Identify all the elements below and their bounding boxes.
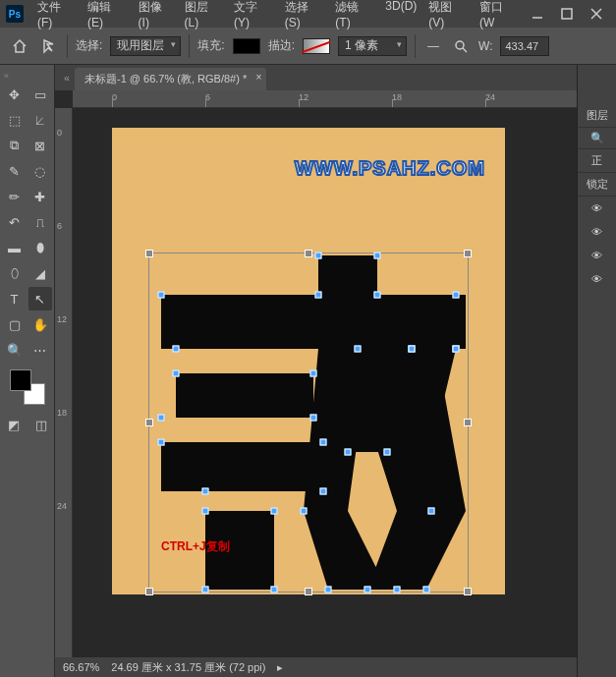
search-icon[interactable] — [451, 36, 471, 56]
menu-item[interactable]: 编辑(E) — [82, 0, 133, 33]
anchor-point[interactable] — [345, 449, 352, 456]
anchor-point[interactable] — [301, 508, 308, 515]
zoom-level[interactable]: 66.67% — [63, 661, 99, 673]
gradient-tool[interactable]: ▬ — [3, 236, 27, 259]
anchor-point[interactable] — [394, 587, 401, 593]
anchor-point[interactable] — [310, 415, 317, 422]
menu-item[interactable]: 视图(V) — [422, 0, 474, 33]
stroke-size-dropdown[interactable]: 1 像素 — [338, 36, 407, 56]
menu-item[interactable]: 3D(D) — [379, 0, 422, 33]
frame-tool[interactable]: ⊠ — [28, 134, 52, 157]
foreground-color[interactable] — [10, 369, 31, 391]
fill-label: 填充: — [197, 37, 224, 54]
collapse-chevron-icon[interactable]: « — [0, 69, 13, 83]
ruler-horizontal[interactable]: 06121824 — [73, 90, 577, 108]
direct-select-tool[interactable]: ↖ — [28, 287, 52, 310]
anchor-point[interactable] — [384, 449, 391, 456]
anchor-point[interactable] — [271, 587, 278, 593]
home-button[interactable] — [8, 34, 31, 58]
select-dropdown[interactable]: 现用图层 — [110, 36, 181, 56]
menu-item[interactable]: 文字(Y) — [228, 0, 279, 33]
eyedropper-tool[interactable]: ✎ — [3, 159, 27, 183]
anchor-point[interactable] — [158, 292, 165, 299]
panel-collapse-chevron[interactable]: « — [59, 65, 75, 90]
type-tool[interactable]: T — [3, 287, 27, 310]
anchor-point[interactable] — [453, 346, 460, 353]
healing-tool[interactable]: ✚ — [28, 185, 52, 208]
anchor-point[interactable] — [320, 439, 327, 446]
menu-item[interactable]: 窗口(W — [474, 0, 524, 33]
artboard-tool[interactable]: ▭ — [28, 83, 52, 106]
anchor-point[interactable] — [310, 370, 317, 377]
screen-mode-button[interactable]: ◫ — [29, 413, 53, 436]
anchor-point[interactable] — [202, 488, 209, 495]
anchor-point[interactable] — [355, 346, 362, 353]
layer-search-icon[interactable]: 🔍 — [578, 128, 616, 149]
anchor-point[interactable] — [202, 508, 209, 515]
zoom-tool[interactable]: 🔍 — [3, 338, 27, 362]
eraser-tool[interactable]: ◢ — [28, 261, 52, 285]
anchor-point[interactable] — [158, 415, 165, 422]
anchor-point[interactable] — [453, 292, 460, 299]
close-button[interactable] — [583, 6, 610, 22]
lock-label: 锁定 — [578, 173, 616, 197]
history-brush-tool[interactable]: ↶ — [3, 210, 27, 234]
width-input[interactable] — [500, 36, 549, 56]
anchor-point[interactable] — [158, 439, 165, 446]
layer-visibility-icon[interactable]: 👁 — [578, 220, 616, 244]
crop-tool[interactable]: ⧉ — [3, 134, 27, 157]
anchor-point[interactable] — [423, 587, 430, 593]
blend-mode[interactable]: 正 — [578, 149, 616, 173]
hand-tool[interactable]: ✋ — [28, 312, 52, 336]
layers-panel-label[interactable]: 图层 — [578, 104, 616, 128]
dodge-tool[interactable]: ⬯ — [3, 261, 27, 285]
stroke-swatch[interactable] — [303, 38, 330, 54]
anchor-point[interactable] — [374, 292, 381, 299]
anchor-point[interactable] — [173, 346, 180, 353]
options-bar: 选择: 现用图层 填充: 描边: 1 像素 — W: — [0, 28, 616, 65]
tool-preset[interactable] — [39, 36, 59, 56]
close-tab-icon[interactable]: × — [255, 72, 261, 83]
anchor-point[interactable] — [173, 370, 180, 377]
fill-swatch[interactable] — [233, 38, 260, 54]
document-tab[interactable]: 未标题-1 @ 66.7% (教, RGB/8#) * × — [75, 68, 266, 90]
anchor-point[interactable] — [320, 488, 327, 495]
ruler-vertical[interactable]: 06121824 — [55, 108, 73, 657]
more-tools[interactable]: ⋯ — [28, 338, 52, 362]
clone-tool[interactable]: ⎍ — [28, 210, 52, 234]
canvas-area[interactable]: WWW.PSAHZ.COM — [73, 108, 577, 657]
anchor-point[interactable] — [271, 508, 278, 515]
menu-item[interactable]: 选择(S) — [279, 0, 330, 33]
status-chevron-icon[interactable]: ▸ — [277, 661, 283, 674]
anchor-point[interactable] — [364, 587, 371, 593]
quick-mask-button[interactable]: ◩ — [2, 413, 26, 436]
menu-item[interactable]: 图层(L) — [179, 0, 228, 33]
anchor-point[interactable] — [409, 346, 416, 353]
menu-item[interactable]: 图像(I) — [133, 0, 179, 33]
lasso-tool[interactable]: ⟀ — [28, 108, 52, 132]
menu-item[interactable]: 滤镜(T) — [329, 0, 379, 33]
anchor-point[interactable] — [315, 253, 322, 259]
anchor-point[interactable] — [315, 292, 322, 299]
align-icon[interactable]: — — [423, 36, 443, 56]
anchor-point[interactable] — [374, 253, 381, 259]
minimize-button[interactable] — [524, 6, 551, 22]
layer-visibility-icon[interactable]: 👁 — [578, 267, 616, 291]
menu-item[interactable]: 文件(F) — [31, 0, 82, 33]
maximize-button[interactable] — [553, 6, 581, 22]
anchor-point[interactable] — [325, 587, 332, 593]
rectangle-tool[interactable]: ▢ — [3, 312, 27, 336]
blur-tool[interactable]: ⬮ — [28, 236, 52, 259]
anchor-point[interactable] — [428, 508, 435, 515]
layer-visibility-icon[interactable]: 👁 — [578, 244, 616, 267]
marquee-tool[interactable]: ⬚ — [3, 108, 27, 132]
document-tab-label: 未标题-1 @ 66.7% (教, RGB/8#) * — [84, 73, 247, 85]
move-tool[interactable]: ✥ — [3, 83, 27, 106]
anchor-point[interactable] — [202, 587, 209, 593]
brush-tool[interactable]: ✏ — [3, 185, 27, 208]
canvas[interactable]: WWW.PSAHZ.COM — [112, 128, 505, 594]
color-wells[interactable] — [10, 369, 45, 405]
svg-rect-7 — [161, 442, 323, 491]
layer-visibility-icon[interactable]: 👁 — [578, 197, 616, 220]
quick-select-tool[interactable]: ◌ — [28, 159, 52, 183]
